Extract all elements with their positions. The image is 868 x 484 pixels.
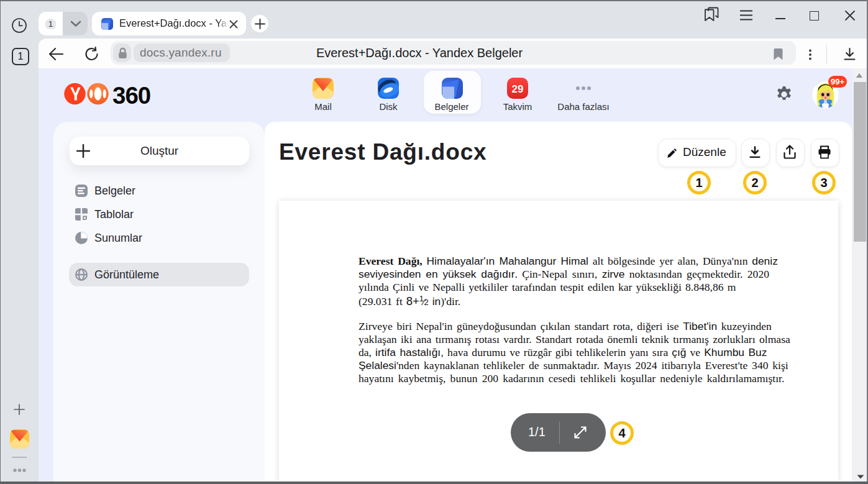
svg-text:29: 29 xyxy=(512,83,524,95)
svg-text:1: 1 xyxy=(48,19,53,29)
